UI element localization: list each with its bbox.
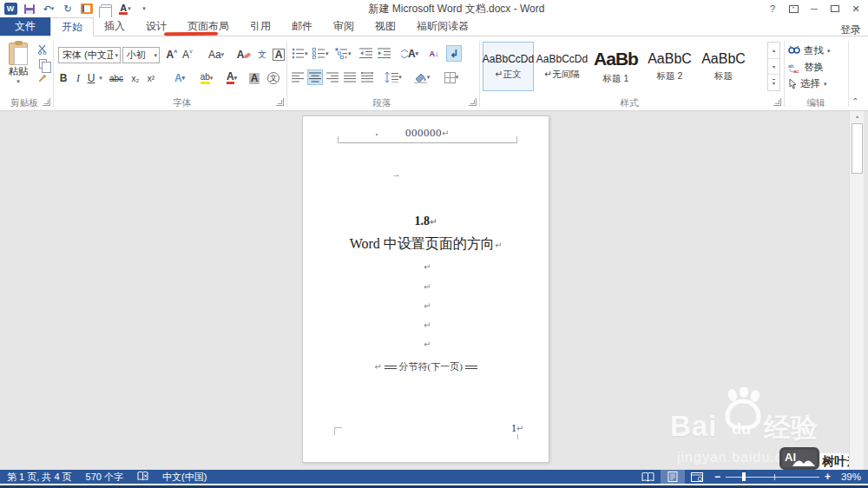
line-spacing-icon[interactable]: ▾ — [382, 69, 404, 85]
ribbon-display-options-icon[interactable]: ⌃ — [783, 1, 804, 16]
read-mode-icon[interactable] — [636, 470, 661, 484]
sign-in-link[interactable]: 登录 — [840, 23, 861, 37]
align-center-icon[interactable] — [307, 69, 323, 85]
collapse-ribbon-icon[interactable]: ⌃ — [852, 96, 858, 106]
close-icon[interactable]: ✕ — [845, 1, 866, 16]
align-left-icon[interactable] — [290, 69, 306, 85]
tab-insert[interactable]: 插入 — [94, 17, 135, 36]
change-case-icon[interactable]: Aa▾ — [205, 47, 227, 63]
font-name-combo[interactable]: 宋体 (中文正文 ▾ — [58, 47, 121, 63]
font-dialog-launcher-icon[interactable] — [276, 98, 284, 106]
copy-icon[interactable] — [35, 56, 50, 70]
web-layout-icon[interactable] — [685, 470, 709, 484]
select-button[interactable]: 选择▾ — [788, 76, 827, 91]
clear-formatting-icon[interactable]: A — [236, 47, 252, 63]
word-count[interactable]: 570 个字 — [79, 471, 130, 484]
phonetic-guide-icon[interactable]: 文 — [255, 47, 269, 63]
zoom-percentage[interactable]: 39% — [836, 472, 868, 482]
undo-icon[interactable]: ↶▾ — [42, 3, 56, 16]
restore-icon[interactable] — [825, 1, 845, 16]
proofing-status-icon[interactable] — [130, 472, 155, 483]
minimize-icon[interactable]: ─ — [804, 1, 825, 16]
cut-icon[interactable] — [35, 43, 50, 56]
multilevel-list-icon[interactable]: ▾ — [335, 48, 352, 59]
superscript-icon[interactable]: x² — [144, 70, 158, 86]
scrollbar-thumb[interactable] — [852, 123, 863, 174]
vertical-scrollbar[interactable]: ▴ — [849, 111, 864, 470]
zoom-slider[interactable] — [726, 470, 819, 484]
document-area: 000000↵ → 1.8↵ Word 中设置页面的方向↵ ↵ ↵ ↵ ↵ ↵ … — [0, 111, 868, 470]
document-page[interactable]: 000000↵ → 1.8↵ Word 中设置页面的方向↵ ↵ ↵ ↵ ↵ ↵ … — [302, 115, 549, 463]
styles-dialog-launcher-icon[interactable] — [773, 98, 781, 106]
bold-icon[interactable]: B — [57, 70, 69, 86]
paste-button[interactable]: 粘贴 ▾ — [3, 41, 33, 96]
style-normal[interactable]: AaBbCcDd ↵正文 — [483, 42, 534, 91]
language-indicator[interactable]: 中文(中国) — [155, 471, 214, 484]
style-heading2[interactable]: AaBbC 标题 2 — [644, 42, 695, 91]
group-separator — [848, 41, 849, 107]
tab-view[interactable]: 视图 — [365, 17, 406, 36]
plugin-icon[interactable] — [80, 3, 94, 16]
page-indicator[interactable]: 第 1 页, 共 4 页 — [0, 471, 79, 484]
tab-foxit-reader[interactable]: 福昕阅读器 — [406, 17, 479, 36]
font-color-ribbon-icon[interactable]: A▾ — [220, 70, 243, 86]
help-icon[interactable]: ? — [762, 1, 783, 16]
italic-icon[interactable]: I — [73, 70, 83, 86]
strikethrough-icon[interactable]: abc — [106, 70, 127, 86]
grow-font-icon[interactable]: A˄ — [165, 47, 179, 63]
increase-indent-icon[interactable] — [378, 48, 391, 59]
tab-mailings[interactable]: 邮件 — [281, 17, 323, 36]
character-shading-icon[interactable]: A — [247, 70, 262, 86]
borders-icon[interactable]: ▾ — [439, 69, 464, 85]
shading-icon[interactable]: ▾ — [410, 69, 434, 85]
bullets-icon[interactable]: ▾ — [292, 48, 308, 59]
tab-file[interactable]: 文件 — [0, 17, 50, 36]
header-dot — [376, 134, 378, 135]
paragraph-mark: ↵ — [424, 282, 431, 292]
touch-mode-icon[interactable] — [99, 3, 113, 16]
shrink-font-icon[interactable]: A˅ — [181, 47, 194, 63]
zoom-slider-thumb[interactable] — [742, 472, 746, 481]
clipboard-dialog-launcher-icon[interactable] — [43, 98, 50, 106]
zoom-in-icon[interactable]: + — [819, 471, 836, 483]
underline-icon[interactable]: U — [85, 70, 97, 86]
font-color-icon[interactable]: A▾ — [118, 3, 132, 16]
align-right-icon[interactable] — [325, 69, 340, 85]
numbering-icon[interactable]: ▾ — [312, 48, 329, 59]
text-effects-icon[interactable]: A▾ — [168, 70, 191, 86]
group-separator — [479, 41, 480, 107]
styles-more-icon[interactable]: ▾ — [768, 75, 779, 90]
decrease-indent-icon[interactable] — [359, 48, 372, 59]
paragraph-dialog-launcher-icon[interactable] — [469, 98, 477, 106]
style-no-spacing[interactable]: AaBbCcDd ↵无间隔 — [536, 42, 588, 91]
annotation-red-underline — [164, 32, 218, 36]
redo-icon[interactable]: ↻ — [61, 3, 75, 16]
enclose-characters-icon[interactable]: 文 — [266, 70, 281, 86]
print-layout-icon[interactable] — [661, 470, 685, 484]
show-hide-marks-icon[interactable]: ↲ — [446, 45, 462, 62]
character-border-icon[interactable]: A — [272, 47, 286, 63]
tab-references[interactable]: 引用 — [240, 17, 281, 36]
word-logo-icon[interactable]: W — [3, 3, 17, 16]
text-highlight-icon[interactable]: ab▾ — [194, 70, 219, 86]
zoom-out-icon[interactable]: − — [709, 471, 726, 483]
subscript-icon[interactable]: x₂ — [128, 70, 142, 86]
justify-icon[interactable] — [342, 69, 358, 85]
underline-caret-icon[interactable]: ▾ — [97, 70, 104, 86]
style-title[interactable]: AaBbC 标题 — [698, 42, 749, 91]
style-heading1[interactable]: AaBb 标题 1 — [590, 42, 641, 91]
save-icon[interactable] — [23, 3, 36, 16]
distribute-icon[interactable] — [359, 69, 375, 85]
styles-scroll-down-icon[interactable]: ▾ — [768, 59, 779, 76]
tab-home[interactable]: 开始 — [50, 17, 94, 36]
asian-layout-icon[interactable]: A▾ — [398, 46, 422, 62]
tab-review[interactable]: 审阅 — [323, 17, 365, 36]
styles-scroll-up-icon[interactable]: ▴ — [768, 43, 779, 59]
replace-button[interactable]: abac 替换 — [788, 60, 824, 75]
sort-icon[interactable]: A↓ — [425, 46, 443, 62]
group-label-editing: 编辑 — [790, 97, 842, 109]
font-size-combo[interactable]: 小初 ▾ — [122, 47, 160, 63]
find-button[interactable]: 查找▾ — [788, 43, 831, 58]
customize-qat-icon[interactable]: ▾ — [137, 3, 151, 16]
scroll-up-icon[interactable]: ▴ — [851, 111, 864, 122]
